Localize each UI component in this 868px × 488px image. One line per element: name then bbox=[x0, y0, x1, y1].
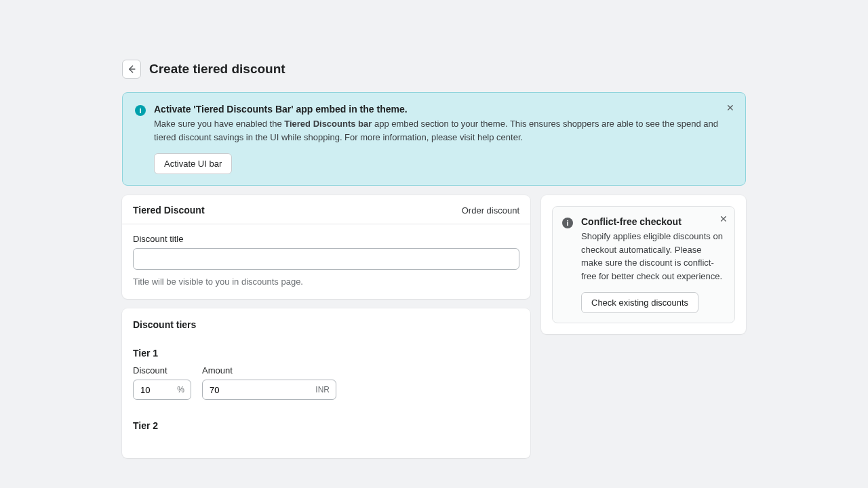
page-title: Create tiered discount bbox=[149, 62, 285, 77]
conflict-title: Conflict-free checkout bbox=[581, 216, 725, 227]
banner-text: Make sure you have enabled the Tiered Di… bbox=[154, 117, 733, 144]
conflict-banner: i Conflict-free checkout Shopify applies… bbox=[552, 206, 735, 323]
conflict-close-button[interactable]: ✕ bbox=[719, 214, 728, 224]
activate-banner: i Activate 'Tiered Discounts Bar' app em… bbox=[122, 92, 746, 186]
tiered-discount-card: Tiered Discount Order discount Discount … bbox=[122, 195, 530, 299]
discount-title-input[interactable] bbox=[133, 248, 519, 270]
discount-tiers-heading: Discount tiers bbox=[133, 319, 519, 330]
tier-1-amount-input[interactable] bbox=[202, 380, 336, 400]
tier-discount-label: Discount bbox=[133, 365, 191, 375]
discount-tiers-card: Discount tiers Tier 1 Discount % Amount bbox=[122, 308, 530, 458]
tier-2-title: Tier 2 bbox=[133, 420, 519, 431]
conflict-text: Shopify applies eligible discounts on ch… bbox=[581, 230, 725, 283]
tier-1-title: Tier 1 bbox=[133, 348, 519, 359]
discount-title-label: Discount title bbox=[133, 234, 519, 244]
discount-type-label: Order discount bbox=[462, 205, 519, 216]
close-icon: ✕ bbox=[719, 214, 728, 224]
activate-ui-bar-button[interactable]: Activate UI bar bbox=[154, 153, 232, 174]
discount-title-help: Title will be visible to you in discount… bbox=[133, 277, 519, 287]
conflict-free-card: i Conflict-free checkout Shopify applies… bbox=[541, 195, 746, 334]
card-title: Tiered Discount bbox=[133, 205, 205, 216]
info-icon: i bbox=[135, 105, 146, 116]
tier-amount-label: Amount bbox=[202, 365, 336, 375]
info-icon: i bbox=[562, 218, 573, 228]
page-header: Create tiered discount bbox=[122, 60, 746, 79]
banner-title: Activate 'Tiered Discounts Bar' app embe… bbox=[154, 104, 733, 115]
tier-1-discount-input[interactable] bbox=[133, 380, 191, 400]
tier-1-row: Discount % Amount INR bbox=[133, 365, 519, 400]
back-button[interactable] bbox=[122, 60, 141, 79]
close-icon: ✕ bbox=[726, 102, 734, 113]
arrow-left-icon bbox=[126, 64, 137, 75]
check-existing-discounts-button[interactable]: Check existing discounts bbox=[581, 292, 698, 313]
banner-close-button[interactable]: ✕ bbox=[724, 101, 737, 115]
